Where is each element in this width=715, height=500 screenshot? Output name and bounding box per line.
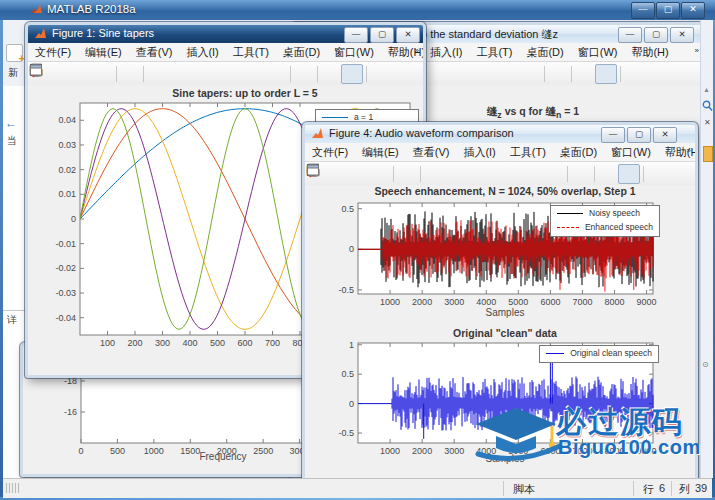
brush-icon[interactable] <box>501 65 521 83</box>
figure4-titlebar[interactable]: Figure 4: Audio waveform comparison — ▢ … <box>305 125 695 143</box>
main-maximize-button[interactable]: ▢ <box>656 2 680 19</box>
figure1-minimize-button[interactable]: — <box>344 27 368 43</box>
dock-max-icon[interactable] <box>644 65 664 83</box>
figure-icon <box>34 27 47 40</box>
menu-window[interactable]: 窗口(W) <box>571 45 625 60</box>
zoom-in-icon[interactable] <box>147 65 167 83</box>
link-plots-icon[interactable] <box>571 165 591 183</box>
insert-colorbar-icon[interactable] <box>598 165 618 183</box>
collapse-panel-icon[interactable]: ⊙ <box>702 360 709 369</box>
main-minimize-button[interactable]: — <box>631 2 655 19</box>
dock-min-icon[interactable] <box>624 65 644 83</box>
rotate-3d-icon[interactable] <box>461 65 481 83</box>
data-cursor-icon[interactable] <box>227 65 247 83</box>
print-icon[interactable] <box>93 65 113 83</box>
panel-close-icon[interactable]: ✕ <box>704 118 711 127</box>
figure3-maximize-button[interactable]: ▢ <box>644 27 668 43</box>
menu-item[interactable]: 插入(I) <box>179 45 225 60</box>
figure4-top-legend[interactable]: Noisy speech Enhanced speech <box>550 205 660 237</box>
pan-hand-icon[interactable] <box>464 165 484 183</box>
link-plots-icon[interactable] <box>294 65 314 83</box>
pan-hand-icon[interactable] <box>441 65 461 83</box>
menu-item[interactable]: 文件(F) <box>305 145 355 160</box>
menu-overflow-icon[interactable]: » <box>687 146 691 155</box>
brush-icon[interactable] <box>524 165 544 183</box>
dock-max-icon[interactable] <box>390 65 410 83</box>
dropdown-icon[interactable] <box>521 65 541 83</box>
menu-insert[interactable]: 插入(I) <box>423 45 469 60</box>
menu-item[interactable]: 文件(F) <box>28 45 78 60</box>
main-close-button[interactable]: ✕ <box>681 2 705 19</box>
toolbar-separator <box>594 166 595 182</box>
figure3-minimize-button[interactable]: — <box>618 27 642 43</box>
watermark-text-en: Biguo100.com <box>558 436 701 459</box>
link-plots-icon[interactable] <box>548 65 568 83</box>
figure3-window-controls: — ▢ ✕ <box>618 27 694 43</box>
statusbar-separator <box>633 481 634 496</box>
dock-min-icon[interactable] <box>647 165 667 183</box>
save-icon[interactable] <box>350 165 370 183</box>
menu-item[interactable]: 窗口(W) <box>327 45 381 60</box>
insert-colorbar-icon[interactable] <box>575 65 595 83</box>
menu-item[interactable]: 编辑(E) <box>355 145 406 160</box>
menu-item[interactable]: 工具(T) <box>226 45 276 60</box>
dropdown-icon[interactable] <box>267 65 287 83</box>
rotate-3d-icon[interactable] <box>484 165 504 183</box>
insert-colorbar-icon[interactable] <box>321 65 341 83</box>
dock-min-icon[interactable] <box>370 65 390 83</box>
pan-hand-icon[interactable] <box>187 65 207 83</box>
menu-item[interactable]: 桌面(D) <box>553 145 604 160</box>
x-tick-label: 400 <box>182 338 197 348</box>
print-icon[interactable] <box>370 165 390 183</box>
figure4-maximize-button[interactable]: ▢ <box>627 127 651 143</box>
menu-help[interactable]: 帮助(H) <box>624 45 675 60</box>
zoom-out-icon[interactable] <box>167 65 187 83</box>
menu-item[interactable]: 查看(V) <box>129 45 180 60</box>
dropdown-icon[interactable] <box>544 165 564 183</box>
data-cursor-icon[interactable] <box>481 65 501 83</box>
open-folder-icon[interactable] <box>330 165 350 183</box>
open-folder-icon[interactable] <box>53 65 73 83</box>
menu-overflow-icon[interactable]: » <box>695 46 699 55</box>
figure4-minimize-button[interactable]: — <box>601 127 625 143</box>
menu-item[interactable]: 编辑(E) <box>78 45 129 60</box>
save-icon[interactable] <box>73 65 93 83</box>
legend-line-clean <box>546 353 564 354</box>
menu-item[interactable]: 桌面(D) <box>276 45 327 60</box>
insert-legend-icon[interactable] <box>595 64 617 84</box>
brush-icon[interactable] <box>247 65 267 83</box>
dock-max-icon[interactable] <box>667 165 687 183</box>
menu-item[interactable]: 工具(T) <box>503 145 553 160</box>
pointer-icon[interactable] <box>397 165 417 183</box>
pointer-icon[interactable] <box>120 65 140 83</box>
insert-legend-icon[interactable] <box>618 164 640 184</box>
main-window-titlebar[interactable]: MATLAB R2018a — ▢ ✕ <box>0 0 715 20</box>
menu-item[interactable]: 帮助(H) <box>658 145 698 160</box>
insert-legend-icon[interactable] <box>341 64 363 84</box>
menu-overflow-icon[interactable]: » <box>415 46 419 55</box>
rotate-3d-icon[interactable] <box>207 65 227 83</box>
x-tick-label: 2000 <box>412 297 432 307</box>
menu-desktop[interactable]: 桌面(D) <box>519 45 570 60</box>
zoom-out-icon[interactable] <box>444 165 464 183</box>
menu-tools[interactable]: 工具(T) <box>469 45 519 60</box>
figure4-bottom-legend[interactable]: Original clean speech <box>539 345 659 363</box>
figure1-close-button[interactable]: ✕ <box>396 27 420 43</box>
search-icon[interactable] <box>702 100 713 112</box>
x-tick-label: 1500 <box>180 446 200 456</box>
figure3-close-button[interactable]: ✕ <box>670 27 694 43</box>
back-arrow-icon[interactable]: ← <box>5 116 17 130</box>
new-script-icon[interactable]: + <box>6 44 23 62</box>
zoom-in-icon[interactable] <box>424 165 444 183</box>
menu-item[interactable]: 帮助(H) <box>381 45 426 60</box>
y-tick-label: 0.02 <box>58 165 76 175</box>
menu-item[interactable]: 插入(I) <box>456 145 502 160</box>
figure1-maximize-button[interactable]: ▢ <box>370 27 394 43</box>
menu-item[interactable]: 查看(V) <box>406 145 457 160</box>
scroll-up-icon[interactable]: ▲ <box>703 86 710 93</box>
figure4-close-button[interactable]: ✕ <box>653 127 677 143</box>
statusbar-grip[interactable] <box>6 483 20 493</box>
figure1-titlebar[interactable]: Figure 1: Sine tapers — ▢ ✕ <box>28 25 423 43</box>
menu-item[interactable]: 窗口(W) <box>604 145 658 160</box>
data-cursor-icon[interactable] <box>504 165 524 183</box>
